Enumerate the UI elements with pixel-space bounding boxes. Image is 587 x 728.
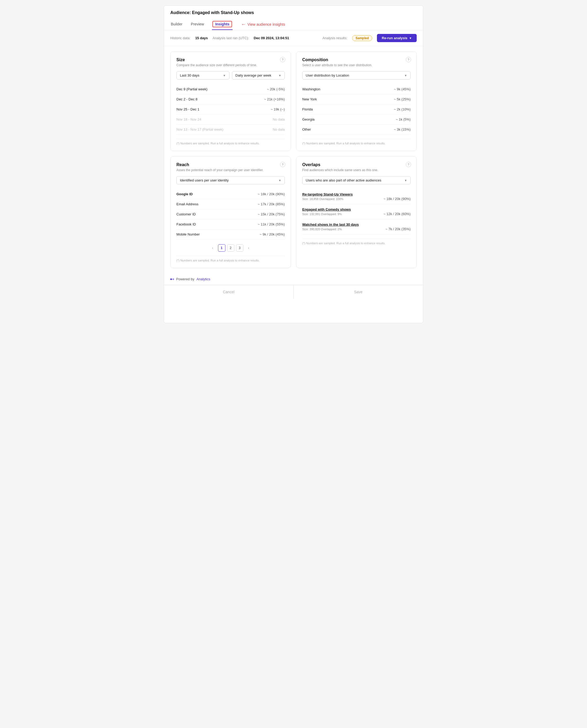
overlaps-audiences-dropdown[interactable]: Users who are also part of other active …: [302, 176, 410, 184]
reach-card-subtitle: Asses the potential reach of your campai…: [177, 168, 285, 172]
reach-row-3: Facebook ID ~ 11k / 20k (55%): [177, 219, 285, 229]
powered-dot-1: [170, 278, 172, 280]
size-row-0: Dec 9 (Partial week) ~ 20k (-5%): [177, 84, 285, 94]
size-interval-dropdown[interactable]: Daily average per week ▼: [232, 71, 285, 79]
insights-annotation: ← View audience insights: [241, 22, 285, 27]
chevron-down-icon: ▼: [278, 74, 281, 77]
composition-card-subtitle: Select a user attribute to see the user …: [302, 63, 410, 67]
overlaps-card-subtitle: Find audiences which include same users …: [302, 168, 410, 172]
composition-row-0: Washington ~ 9k (45%): [302, 84, 410, 94]
composition-row-1: New York ~ 5k (25%): [302, 94, 410, 104]
reach-card: Reach Asses the potential reach of your …: [170, 156, 291, 268]
tab-preview[interactable]: Preview: [190, 20, 205, 29]
size-row-3: Nov 18 - Nov 24 No data: [177, 114, 285, 124]
size-row-2: Nov 25 - Dec 1 ~ 19k (--): [177, 104, 285, 114]
pagination-prev-button[interactable]: ‹: [209, 244, 216, 252]
size-row-4: Nov 13 - Nov 17 (Partial week) No data: [177, 124, 285, 135]
chevron-down-icon: ▼: [404, 179, 407, 182]
overlap-meta-row-1: Size: 132,991 Overlapped: 9% ~ 12k / 20k…: [302, 212, 410, 216]
composition-attribute-dropdown[interactable]: User distribution by Location ▼: [302, 71, 410, 79]
overlaps-card: Overlaps Find audiences which include sa…: [296, 156, 417, 268]
page-wrapper: Audience: Engaged with Stand-Up shows Bu…: [164, 5, 423, 323]
overlaps-dropdown-row: Users who are also part of other active …: [302, 176, 410, 184]
reach-pagination: ‹ 1 2 3 ›: [177, 244, 285, 252]
overlap-item-2: Watched shows in the last 30 days Size: …: [302, 219, 410, 234]
overlap-meta-row-0: Size: 18,858 Overlapped: 100% ~ 18k / 20…: [302, 197, 410, 201]
reach-row-1: Email Address ~ 17k / 20k (85%): [177, 199, 285, 209]
size-card-title: Size: [177, 57, 285, 62]
reach-dropdown-row: Identified users per user identity ▼: [177, 176, 285, 184]
powered-icon: [170, 278, 174, 280]
analytics-link[interactable]: Analytics: [196, 277, 210, 281]
pagination-page-1-button[interactable]: 1: [218, 244, 226, 252]
composition-row-2: Florida ~ 2k (10%): [302, 104, 410, 114]
reach-row-0: Google ID ~ 18k / 20k (90%): [177, 189, 285, 199]
overlaps-card-footer: (*) Numbers are sampled. Run a full anal…: [302, 239, 410, 245]
sampled-badge: Sampled: [352, 35, 372, 41]
overlap-item-1: Engaged with Comedy shows Size: 132,991 …: [302, 204, 410, 219]
size-row-1: Dec 2 - Dec 8 ~ 21k (+16%): [177, 94, 285, 104]
composition-dropdown-row: User distribution by Location ▼: [302, 71, 410, 79]
bottom-bar: Cancel Save: [164, 285, 423, 299]
reach-row-4: Mobile Number ~ 9k / 20k (45%): [177, 229, 285, 239]
size-dropdown-row: Last 30 days ▼ Daily average per week ▼: [177, 71, 285, 79]
tab-insights[interactable]: Insights: [212, 19, 233, 30]
overlap-meta-row-2: Size: 390,820 Overlapped: 2% ~ 7k / 20k …: [302, 227, 410, 231]
rerun-analysis-button[interactable]: Re-run analysis ▼: [377, 34, 417, 42]
overlaps-card-title: Overlaps: [302, 162, 410, 167]
page-title: Audience: Engaged with Stand-Up shows: [170, 10, 417, 15]
chevron-down-icon: ▼: [404, 74, 407, 77]
composition-row-4: Other ~ 3k (15%): [302, 124, 410, 135]
insights-label-box: Insights: [212, 21, 232, 27]
overlap-link-1[interactable]: Engaged with Comedy shows: [302, 207, 410, 211]
composition-row-3: Georgia ~ 1k (5%): [302, 114, 410, 124]
size-help-icon[interactable]: ?: [280, 57, 285, 62]
powered-dot-2: [172, 278, 174, 280]
chevron-down-icon: ▼: [223, 74, 226, 77]
size-period-dropdown[interactable]: Last 30 days ▼: [177, 71, 229, 79]
overlap-link-2[interactable]: Watched shows in the last 30 days: [302, 222, 410, 227]
page-header: Audience: Engaged with Stand-Up shows Bu…: [164, 5, 423, 30]
page-footer: Powered by Analytics: [164, 274, 423, 285]
arrow-icon: ←: [241, 22, 246, 27]
composition-card-footer: (*) Numbers are sampled. Run a full anal…: [302, 139, 410, 145]
save-button[interactable]: Save: [294, 285, 423, 299]
pagination-page-3-button[interactable]: 3: [236, 244, 243, 252]
chevron-down-icon: ▼: [278, 179, 281, 182]
overlap-link-0[interactable]: Re-targeting Stand-Up Viewers: [302, 192, 410, 196]
reach-identity-dropdown[interactable]: Identified users per user identity ▼: [177, 176, 285, 184]
tab-builder[interactable]: Builder: [170, 20, 183, 29]
size-card: Size Compare the audience size over diff…: [170, 51, 291, 151]
tabs-bar: Builder Preview Insights ← View audience…: [170, 19, 417, 30]
cards-grid: Size Compare the audience size over diff…: [164, 46, 423, 274]
composition-card-title: Composition: [302, 57, 410, 62]
pagination-next-button[interactable]: ›: [245, 244, 253, 252]
reach-card-title: Reach: [177, 162, 285, 167]
overlap-item-0: Re-targeting Stand-Up Viewers Size: 18,8…: [302, 189, 410, 204]
size-card-subtitle: Compare the audience size over different…: [177, 63, 285, 67]
pagination-page-2-button[interactable]: 2: [227, 244, 234, 252]
chevron-down-icon: ▼: [409, 37, 412, 40]
overlaps-help-icon[interactable]: ?: [406, 162, 411, 167]
size-card-footer: (*) Numbers are sampled. Run a full anal…: [177, 139, 285, 145]
cancel-button[interactable]: Cancel: [164, 285, 294, 299]
meta-bar: Historic data: 15 days Analysis last ran…: [164, 30, 423, 46]
composition-help-icon[interactable]: ?: [406, 57, 411, 62]
reach-row-2: Customer ID ~ 15k / 20k (75%): [177, 209, 285, 219]
reach-card-footer: (*) Numbers are sampled. Run a full anal…: [177, 256, 285, 262]
composition-card: Composition Select a user attribute to s…: [296, 51, 417, 151]
reach-help-icon[interactable]: ?: [280, 162, 285, 167]
